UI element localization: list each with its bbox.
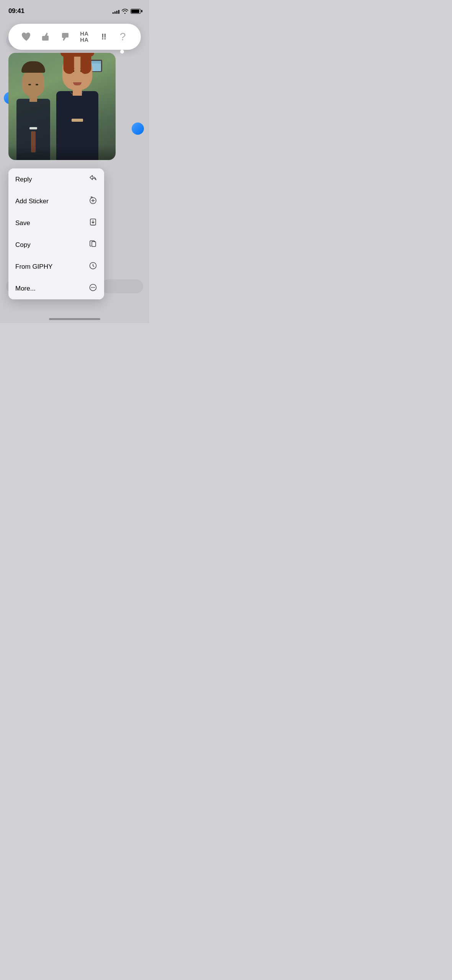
status-time: 09:41 [8, 7, 24, 15]
context-menu: Reply Add Sticker Save [8, 168, 104, 299]
menu-item-more[interactable]: More... [8, 278, 104, 299]
svg-point-7 [91, 287, 92, 288]
menu-item-save[interactable]: Save [8, 212, 104, 234]
more-icon [89, 283, 97, 294]
signal-bar-1 [113, 12, 114, 14]
menu-item-reply[interactable]: Reply [8, 168, 104, 190]
from-giphy-label: From GIPHY [15, 263, 52, 271]
signal-bar-3 [116, 11, 117, 14]
reaction-bar: HAHA ‼ ? [8, 24, 141, 50]
copy-icon [89, 240, 97, 250]
menu-item-add-sticker[interactable]: Add Sticker [8, 190, 104, 212]
battery-icon [131, 9, 141, 14]
reaction-emphasis-button[interactable]: ‼ [96, 29, 111, 44]
save-icon [89, 218, 97, 228]
reaction-thumbsup-button[interactable] [38, 29, 53, 44]
signal-bar-4 [118, 10, 119, 14]
appstore-icon [89, 261, 97, 272]
reaction-thumbsdown-button[interactable] [57, 29, 73, 44]
reply-label: Reply [15, 176, 32, 183]
reaction-haha-button[interactable]: HAHA [77, 29, 92, 44]
menu-item-from-giphy[interactable]: From GIPHY [8, 256, 104, 278]
more-label: More... [15, 285, 36, 292]
home-indicator [49, 318, 100, 320]
add-sticker-icon [89, 196, 97, 206]
svg-point-9 [94, 287, 95, 288]
reaction-heart-button[interactable] [19, 29, 34, 44]
reaction-emphasis-label: ‼ [101, 32, 106, 42]
reaction-question-button[interactable]: ? [115, 29, 131, 44]
svg-rect-3 [92, 242, 96, 247]
wifi-icon [122, 9, 128, 14]
svg-point-5 [93, 265, 93, 266]
battery-fill [131, 10, 139, 13]
signal-icon [113, 9, 119, 14]
copy-label: Copy [15, 241, 31, 249]
gif-bubble [8, 53, 116, 160]
message-area: HAHA ‼ ? [0, 17, 149, 160]
save-label: Save [15, 219, 30, 227]
bottom-shadow [8, 145, 116, 160]
status-icons [113, 9, 141, 14]
add-sticker-label: Add Sticker [15, 198, 49, 205]
signal-bar-2 [114, 11, 116, 14]
bg-bubble-3 [101, 279, 143, 293]
reaction-haha-label: HAHA [80, 31, 88, 43]
status-bar: 09:41 [0, 0, 149, 17]
reply-icon [89, 174, 97, 185]
svg-point-1 [91, 197, 92, 198]
menu-item-copy[interactable]: Copy [8, 234, 104, 256]
reaction-question-label: ? [120, 31, 126, 43]
svg-point-8 [93, 287, 93, 288]
